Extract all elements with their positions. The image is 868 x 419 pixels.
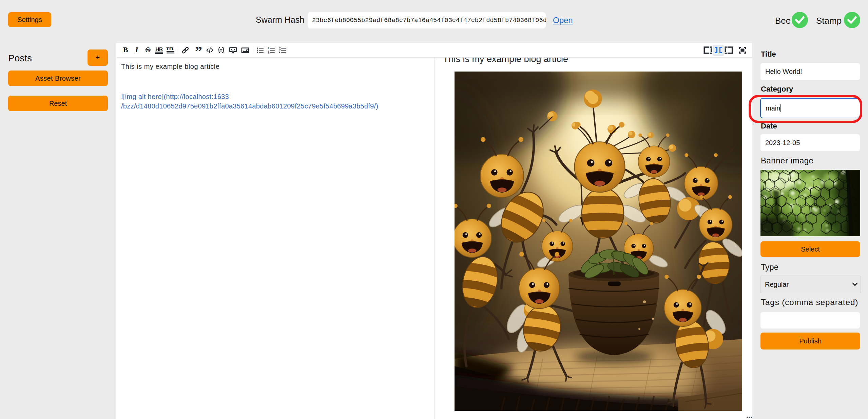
svg-text:TITL: TITL: [166, 47, 174, 51]
svg-text:HR: HR: [155, 46, 163, 52]
svg-text:3: 3: [268, 52, 270, 54]
svg-text:B: B: [123, 46, 128, 54]
svg-text:”: ”: [195, 46, 202, 54]
svg-text:I: I: [135, 46, 139, 54]
